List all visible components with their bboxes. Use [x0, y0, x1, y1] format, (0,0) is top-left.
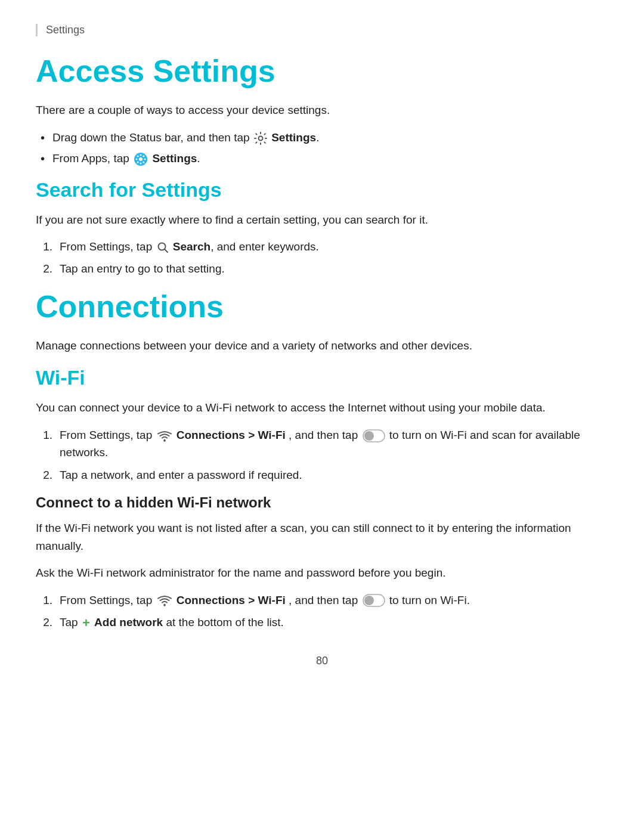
hidden-step-1-after: to turn on Wi-Fi.: [389, 594, 470, 606]
hidden-step-1-middle: , and then tap: [289, 594, 361, 606]
wifi-steps: 1. From Settings, tap Connections > Wi-F…: [36, 426, 608, 484]
wifi-step-1-num: 1.: [36, 426, 57, 444]
page-number: 80: [316, 655, 328, 667]
search-step-2-num: 2.: [36, 260, 57, 277]
access-settings-title: Access Settings: [36, 54, 608, 88]
hidden-wifi-intro1: If the Wi-Fi network you want is not lis…: [36, 519, 608, 555]
wifi-step-2: 2. Tap a network, and enter a password i…: [36, 466, 608, 484]
svg-point-16: [163, 605, 166, 607]
svg-point-15: [364, 431, 374, 441]
search-step-2: 2. Tap an entry to go to that setting.: [36, 260, 608, 277]
hidden-step-2-before: Tap: [60, 616, 81, 628]
svg-line-12: [165, 249, 168, 252]
bullet-2-period: .: [197, 152, 200, 165]
toggle-icon-2: [363, 594, 385, 607]
hidden-wifi-intro2: Ask the Wi-Fi network administrator for …: [36, 564, 608, 581]
hidden-wifi-steps: 1. From Settings, tap Connections > Wi-F…: [36, 592, 608, 631]
svg-point-10: [143, 156, 145, 157]
search-step-1-bold: Search: [173, 240, 210, 253]
svg-point-0: [258, 136, 262, 140]
hidden-step-2-bold: Add network: [94, 616, 163, 628]
hidden-step-2-after: at the bottom of the list.: [166, 616, 284, 628]
page-number-container: 80: [36, 655, 608, 667]
wifi-step-2-num: 2.: [36, 466, 57, 484]
hidden-step-1-before: From Settings, tap: [60, 594, 156, 606]
search-step-1-num: 1.: [36, 238, 57, 255]
svg-point-2: [139, 157, 143, 161]
wifi-icon-2: [157, 594, 172, 607]
svg-point-18: [364, 596, 374, 605]
svg-point-5: [136, 159, 138, 160]
toggle-icon-1: [363, 429, 385, 442]
connections-section: Connections Manage connections between y…: [36, 290, 608, 355]
bullet-1-period: .: [316, 131, 319, 144]
breadcrumb: Settings: [36, 24, 608, 36]
wifi-icon-1: [157, 429, 172, 442]
search-step-1: 1. From Settings, tap Search, and enter …: [36, 238, 608, 255]
connections-intro: Manage connections between your device a…: [36, 337, 608, 354]
search-settings-intro: If you are not sure exactly where to fin…: [36, 211, 608, 228]
wifi-step-1-middle: , and then tap: [289, 429, 361, 441]
wifi-step-1: 1. From Settings, tap Connections > Wi-F…: [36, 426, 608, 462]
hidden-step-2-num: 2.: [36, 614, 57, 631]
search-step-1-before: From Settings, tap: [60, 240, 156, 253]
search-icon: [157, 241, 169, 253]
connections-title: Connections: [36, 290, 608, 324]
bullet-2-text-before: From Apps, tap: [52, 152, 132, 165]
access-settings-bullets: Drag down the Status bar, and then tap S…: [36, 129, 608, 168]
apps-settings-icon: [134, 152, 148, 166]
svg-point-8: [143, 161, 145, 163]
plus-icon: +: [82, 615, 90, 630]
svg-point-6: [144, 159, 146, 160]
access-settings-intro: There are a couple of ways to access you…: [36, 101, 608, 119]
hidden-wifi-title: Connect to a hidden Wi-Fi network: [36, 494, 608, 511]
bullet-item-1: Drag down the Status bar, and then tap S…: [36, 129, 608, 146]
bullet-2-bold: Settings: [152, 152, 197, 165]
wifi-step-1-before: From Settings, tap: [60, 429, 156, 441]
hidden-step-1-num: 1.: [36, 592, 57, 609]
hidden-step-1-bold: Connections > Wi-Fi: [177, 594, 286, 606]
svg-point-9: [137, 161, 139, 163]
svg-point-3: [140, 154, 142, 156]
page-container: Settings Access Settings There are a cou…: [0, 0, 644, 703]
gear-icon: [254, 132, 267, 145]
hidden-wifi-step-1: 1. From Settings, tap Connections > Wi-F…: [36, 592, 608, 609]
hidden-wifi-step-2: 2. Tap + Add network at the bottom of th…: [36, 614, 608, 631]
bullet-1-text-before: Drag down the Status bar, and then tap: [52, 131, 253, 144]
wifi-step-1-bold: Connections > Wi-Fi: [177, 429, 286, 441]
bullet-1-bold: Settings: [271, 131, 316, 144]
search-step-2-text: Tap an entry to go to that setting.: [60, 262, 225, 275]
bullet-item-2: From Apps, tap Settings.: [36, 150, 608, 167]
breadcrumb-text: Settings: [46, 24, 85, 36]
search-settings-title: Search for Settings: [36, 178, 608, 202]
search-step-1-after: , and enter keywords.: [210, 240, 319, 253]
wifi-title: Wi-Fi: [36, 366, 608, 389]
wifi-intro: You can connect your device to a Wi-Fi n…: [36, 399, 608, 416]
search-settings-steps: 1. From Settings, tap Search, and enter …: [36, 238, 608, 278]
wifi-step-2-text: Tap a network, and enter a password if r…: [60, 469, 302, 481]
svg-point-4: [140, 163, 142, 165]
svg-point-7: [137, 156, 139, 157]
svg-point-13: [163, 439, 166, 442]
